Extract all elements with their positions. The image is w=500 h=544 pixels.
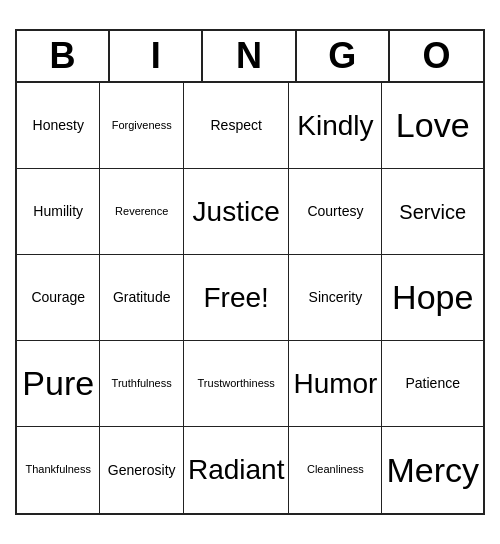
cell-text: Forgiveness xyxy=(112,119,172,132)
bingo-cell: Service xyxy=(382,169,483,255)
bingo-cell: Sincerity xyxy=(289,255,382,341)
bingo-cell: Respect xyxy=(184,83,290,169)
bingo-cell: Hope xyxy=(382,255,483,341)
bingo-cell: Justice xyxy=(184,169,290,255)
cell-text: Sincerity xyxy=(309,289,363,306)
bingo-cell: Forgiveness xyxy=(100,83,183,169)
bingo-cell: Cleanliness xyxy=(289,427,382,513)
cell-text: Free! xyxy=(203,281,268,315)
bingo-cell: Generosity xyxy=(100,427,183,513)
bingo-cell: Patience xyxy=(382,341,483,427)
cell-text: Justice xyxy=(193,195,280,229)
cell-text: Mercy xyxy=(386,450,479,491)
cell-text: Patience xyxy=(405,375,459,392)
cell-text: Service xyxy=(399,200,466,224)
cell-text: Respect xyxy=(210,117,261,134)
cell-text: Reverence xyxy=(115,205,168,218)
bingo-cell: Thankfulness xyxy=(17,427,100,513)
cell-text: Humor xyxy=(293,367,377,401)
bingo-cell: Truthfulness xyxy=(100,341,183,427)
cell-text: Truthfulness xyxy=(112,377,172,390)
cell-text: Honesty xyxy=(33,117,84,134)
bingo-cell: Reverence xyxy=(100,169,183,255)
bingo-card: BINGO HonestyForgivenessRespectKindlyLov… xyxy=(15,29,485,515)
bingo-cell: Courtesy xyxy=(289,169,382,255)
cell-text: Humility xyxy=(33,203,83,220)
cell-text: Pure xyxy=(22,363,94,404)
cell-text: Cleanliness xyxy=(307,463,364,476)
bingo-cell: Trustworthiness xyxy=(184,341,290,427)
cell-text: Kindly xyxy=(297,109,373,143)
cell-text: Radiant xyxy=(188,453,285,487)
bingo-cell: Love xyxy=(382,83,483,169)
cell-text: Thankfulness xyxy=(26,463,91,476)
bingo-header: BINGO xyxy=(17,31,483,83)
bingo-cell: Humor xyxy=(289,341,382,427)
cell-text: Courage xyxy=(31,289,85,306)
cell-text: Love xyxy=(396,105,470,146)
cell-text: Gratitude xyxy=(113,289,171,306)
bingo-cell: Pure xyxy=(17,341,100,427)
bingo-cell: Honesty xyxy=(17,83,100,169)
header-letter-i: I xyxy=(110,31,203,81)
header-letter-o: O xyxy=(390,31,483,81)
bingo-cell: Humility xyxy=(17,169,100,255)
bingo-cell: Kindly xyxy=(289,83,382,169)
header-letter-b: B xyxy=(17,31,110,81)
cell-text: Hope xyxy=(392,277,473,318)
cell-text: Courtesy xyxy=(307,203,363,220)
cell-text: Trustworthiness xyxy=(198,377,275,390)
header-letter-g: G xyxy=(297,31,390,81)
bingo-cell: Mercy xyxy=(382,427,483,513)
header-letter-n: N xyxy=(203,31,296,81)
bingo-grid: HonestyForgivenessRespectKindlyLoveHumil… xyxy=(17,83,483,513)
bingo-cell: Gratitude xyxy=(100,255,183,341)
bingo-cell: Courage xyxy=(17,255,100,341)
bingo-cell: Radiant xyxy=(184,427,290,513)
bingo-cell: Free! xyxy=(184,255,290,341)
cell-text: Generosity xyxy=(108,462,176,479)
